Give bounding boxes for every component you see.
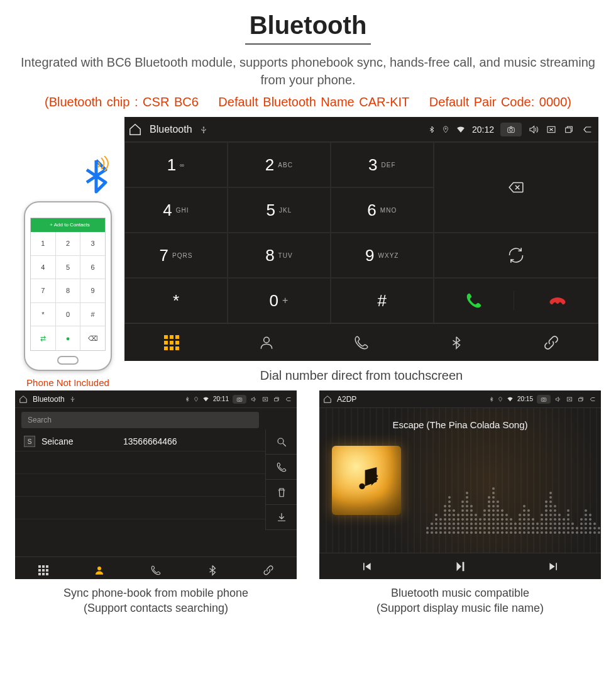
- home-icon[interactable]: [128, 123, 142, 136]
- answer-button[interactable]: [434, 291, 514, 310]
- song-title: Escape (The Pina Colada Song): [319, 419, 601, 430]
- wifi-icon: [202, 396, 209, 402]
- hangup-button[interactable]: [518, 291, 598, 310]
- key-1[interactable]: 1∞: [124, 142, 228, 187]
- key-4[interactable]: 4GHI: [124, 187, 228, 233]
- swap-button[interactable]: [434, 233, 598, 278]
- svg-point-0: [445, 128, 446, 129]
- tab-dialpad[interactable]: [15, 557, 72, 583]
- key-5[interactable]: 5JKL: [228, 187, 331, 233]
- phone-column: + Add to Contacts 123 456 789 *0# ⇄●⌫ Ph…: [11, 157, 124, 388]
- contact-name: Seicane: [41, 436, 123, 446]
- home-icon[interactable]: [19, 395, 28, 404]
- dialpad: 1∞ 2ABC 3DEF 4GHI 5JKL 6MNO 7PQRS 8TUV 9…: [124, 142, 598, 323]
- empty-row: [15, 474, 265, 497]
- spec-code: Default Pair Code: 0000): [429, 95, 571, 109]
- bluetooth-icon: [68, 157, 124, 201]
- music-caption: Bluetooth music compatible (Support disp…: [319, 585, 601, 616]
- screenshot-icon[interactable]: [500, 123, 522, 136]
- music-panel: A2DP 20:15 Escape (The Pina Colada Song): [319, 390, 601, 616]
- close-icon[interactable]: [566, 396, 573, 402]
- close-icon[interactable]: [261, 396, 269, 402]
- volume-icon[interactable]: [554, 396, 562, 402]
- call-button[interactable]: [266, 455, 297, 480]
- contact-number: 13566664466: [123, 436, 177, 446]
- tab-bluetooth[interactable]: [409, 324, 503, 361]
- recent-apps-icon[interactable]: [563, 124, 575, 135]
- call-button[interactable]: [434, 278, 598, 323]
- tab-link[interactable]: [240, 557, 297, 583]
- phone-mockup: + Add to Contacts 123 456 789 *0# ⇄●⌫: [24, 201, 112, 371]
- clock-time: 20:15: [517, 396, 533, 402]
- pb-bottom-nav: [15, 556, 297, 583]
- search-button[interactable]: [266, 429, 297, 455]
- tab-contacts[interactable]: [219, 324, 314, 361]
- clock-time: 20:12: [472, 124, 494, 135]
- dialpad-icon: [38, 565, 48, 575]
- bottom-nav: [124, 323, 598, 361]
- clock-time: 20:11: [213, 396, 229, 402]
- location-icon: [442, 125, 449, 134]
- screenshot-icon[interactable]: [233, 395, 246, 404]
- screen-title: Bluetooth: [150, 124, 192, 135]
- svg-point-13: [542, 398, 544, 400]
- key-9[interactable]: 9WXYZ: [331, 233, 434, 278]
- phone-home-button: [57, 356, 79, 365]
- home-icon[interactable]: [323, 395, 332, 404]
- volume-icon[interactable]: [250, 396, 258, 402]
- player-controls: [319, 553, 601, 579]
- back-icon[interactable]: [588, 396, 597, 402]
- screen-title: A2DP: [337, 395, 356, 404]
- svg-rect-9: [275, 398, 278, 401]
- key-star[interactable]: *: [124, 278, 228, 323]
- phonebook-panel: Bluetooth 20:11 Search: [15, 390, 297, 616]
- key-hash[interactable]: #: [331, 278, 434, 323]
- key-0[interactable]: 0+: [228, 278, 331, 323]
- tab-link[interactable]: [503, 324, 598, 361]
- svg-rect-15: [579, 398, 582, 401]
- usb-icon: [70, 396, 75, 402]
- contact-row[interactable]: S Seicane 13566664466: [15, 432, 265, 451]
- search-input[interactable]: Search: [21, 412, 259, 428]
- next-button[interactable]: [507, 553, 601, 579]
- svg-point-2: [510, 128, 513, 131]
- bluetooth-status-icon: [185, 396, 190, 402]
- delete-button[interactable]: [266, 480, 297, 505]
- key-6[interactable]: 6MNO: [331, 187, 434, 233]
- tab-calls[interactable]: [128, 557, 184, 583]
- volume-icon[interactable]: [528, 124, 539, 135]
- tab-dialpad[interactable]: [124, 324, 219, 361]
- empty-row: [15, 451, 265, 474]
- screenshot-icon[interactable]: [537, 395, 551, 404]
- screen-title: Bluetooth: [33, 395, 65, 404]
- backspace-button[interactable]: [434, 142, 598, 233]
- contact-letter-badge: S: [24, 436, 35, 447]
- tab-bluetooth[interactable]: [184, 557, 241, 583]
- back-icon[interactable]: [581, 124, 595, 135]
- key-8[interactable]: 8TUV: [228, 233, 331, 278]
- spec-chip: (Bluetooth chip : CSR BC6: [45, 95, 199, 109]
- page-description: Integrated with BC6 Bluetooth module, su…: [0, 53, 616, 89]
- play-pause-button[interactable]: [413, 553, 507, 579]
- equalizer-visual: [426, 465, 582, 534]
- key-3[interactable]: 3DEF: [331, 142, 434, 187]
- bluetooth-status-icon: [428, 125, 436, 134]
- svg-point-10: [278, 438, 283, 444]
- recent-apps-icon[interactable]: [273, 396, 280, 402]
- tab-contacts[interactable]: [72, 557, 128, 583]
- music-status-bar: A2DP 20:15: [319, 390, 601, 408]
- location-icon: [498, 396, 503, 402]
- download-button[interactable]: [266, 505, 297, 530]
- phone-dialpad: 123 456 789 *0# ⇄●⌫: [31, 232, 105, 350]
- wifi-icon: [507, 396, 514, 402]
- dialer-screen: Bluetooth 20:12: [124, 117, 598, 361]
- key-2[interactable]: 2ABC: [228, 142, 331, 187]
- key-7[interactable]: 7PQRS: [124, 233, 228, 278]
- bluetooth-status-icon: [489, 396, 494, 402]
- back-icon[interactable]: [284, 396, 293, 402]
- close-icon[interactable]: [546, 124, 557, 135]
- prev-button[interactable]: [319, 553, 413, 579]
- tab-calls[interactable]: [314, 324, 409, 361]
- spec-name: Default Bluetooth Name CAR-KIT: [218, 95, 409, 109]
- recent-apps-icon[interactable]: [577, 396, 585, 402]
